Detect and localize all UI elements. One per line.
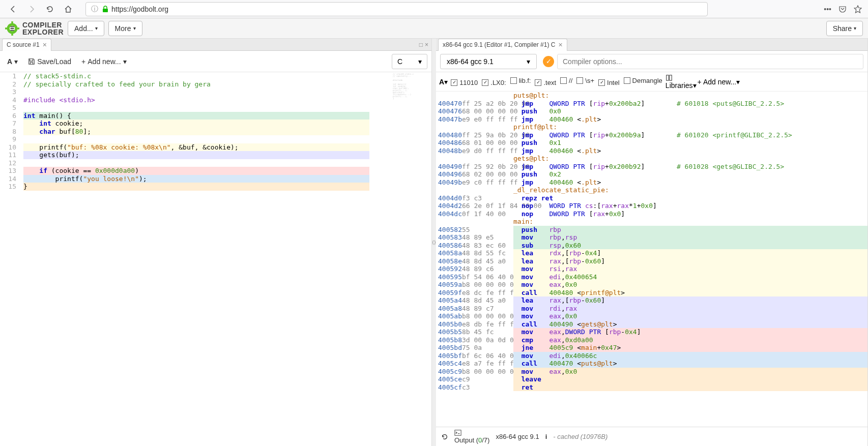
source-line[interactable]: 8 char buf[80]; — [0, 128, 431, 136]
source-line[interactable]: 14 printf("you loose!\n"); — [0, 175, 431, 183]
asm-line[interactable]: printf@plt: — [436, 123, 867, 131]
asm-line[interactable]: 40048be9 d0 ff ff ff jmp 400460 <.plt> — [436, 147, 867, 155]
asm-option-LX0[interactable]: .LX0: — [480, 78, 508, 87]
asm-pane: x86-64 gcc 9.1 (Editor #1, Compiler #1) … — [436, 39, 868, 446]
asm-line[interactable]: 4004dc0f 1f 40 00 nop DWORD PTR [rax+0x0… — [436, 210, 867, 218]
source-line[interactable]: 2// specially crafted to feed your brain… — [0, 80, 431, 88]
close-icon[interactable]: × — [558, 41, 562, 48]
asm-line[interactable]: 4005b83d 00 0a 0d 00 cmp eax,0xd0a00 — [436, 336, 867, 344]
asm-line[interactable]: 40047668 00 00 00 00 push 0x0 — [436, 107, 867, 115]
asm-line[interactable]: 40049668 02 00 00 00 push 0x2 — [436, 170, 867, 179]
source-line[interactable]: 3 — [0, 88, 431, 96]
compiler-options-input[interactable] — [557, 54, 863, 69]
svg-rect-3 — [11, 21, 13, 24]
asm-option-Intel[interactable]: Intel — [596, 78, 622, 87]
asm-line[interactable]: 4005bd75 0a jne 4005c9 <main+0x47> — [436, 344, 867, 352]
asm-line[interactable]: 400490ff 25 92 0b 20 00 jmp QWORD PTR [r… — [436, 163, 867, 171]
asm-line[interactable]: 4005b58b 45 fc mov eax,DWORD PTR [rbp-0x… — [436, 328, 867, 336]
minimap[interactable]: // stack5-stdin.c// specially...#include… — [393, 73, 422, 119]
info-icon: ⓘ — [91, 5, 98, 14]
asm-option-libf[interactable]: lib.f: — [508, 76, 533, 85]
asm-line[interactable]: 40047be9 e0 ff ff ff jmp 400460 <.plt> — [436, 115, 867, 124]
source-line[interactable]: 1// stack5-stdin.c — [0, 72, 431, 80]
asm-option-11010[interactable]: 11010 — [449, 78, 480, 87]
addnew-button[interactable]: + Add new...▾ — [78, 55, 130, 68]
asm-line[interactable]: 4005a448 8d 45 a0 lea rax,[rbp-0x60] — [436, 296, 867, 305]
close-icon[interactable]: × — [43, 41, 47, 48]
more-dots-icon[interactable]: ••• — [824, 5, 831, 13]
source-line[interactable]: 6int main() { — [0, 112, 431, 120]
source-editor[interactable]: // stack5-stdin.c// specially...#include… — [0, 72, 431, 446]
compiler-select[interactable]: x86-64 gcc 9.1▾ — [440, 54, 537, 69]
share-dropdown[interactable]: Share▾ — [826, 21, 863, 36]
source-tab[interactable]: C source #1 × — [2, 39, 51, 51]
asm-line[interactable]: 400480ff 25 9a 0b 20 00 jmp QWORD PTR [r… — [436, 131, 867, 139]
footer-cached: - cached (10976B) — [553, 433, 607, 440]
asm-line[interactable]: 4005c4e8 a7 fe ff ff call 400470 <puts@p… — [436, 360, 867, 368]
pocket-icon[interactable] — [838, 5, 847, 13]
asm-line[interactable]: 4004d0f3 c3 repz ret — [436, 194, 867, 202]
footer-reload-icon[interactable] — [441, 433, 448, 440]
asm-line[interactable]: 40058648 83 ec 60 sub rsp,0x60 — [436, 242, 867, 250]
asm-line[interactable]: 4004d266 2e 0f 1f 84 00 00 nop WORD PTR … — [436, 202, 867, 210]
back-button[interactable] — [6, 2, 20, 16]
asm-option-[interactable]: // — [558, 76, 574, 85]
reload-button[interactable] — [43, 2, 57, 16]
asm-option-text[interactable]: .text — [533, 78, 558, 87]
asm-addnew-button[interactable]: + Add new...▾ — [698, 78, 740, 86]
asm-line[interactable]: 40058a48 8d 55 fc lea rdx,[rbp-0x4] — [436, 249, 867, 257]
asm-line[interactable]: 40058348 89 e5 mov rbp,rsp — [436, 233, 867, 242]
font-size-button[interactable]: A▾ — [4, 55, 21, 68]
forward-button[interactable] — [24, 2, 39, 16]
home-button[interactable] — [61, 2, 75, 16]
asm-editor[interactable]: puts@plt:400470ff 25 a2 0b 20 00 jmp QWO… — [436, 92, 867, 427]
libraries-dropdown[interactable]: Libraries▾ — [666, 74, 697, 90]
source-line[interactable]: 15} — [0, 183, 431, 191]
asm-line[interactable]: 40048668 01 00 00 00 push 0x1 — [436, 139, 867, 147]
asm-line[interactable]: 4005c9b8 00 00 00 00 mov eax,0x0 — [436, 368, 867, 376]
asm-line[interactable]: gets@plt: — [436, 155, 867, 163]
source-line[interactable]: 5 — [0, 104, 431, 112]
close-window-icon[interactable]: × — [425, 41, 428, 48]
source-line[interactable]: 13 if (cookie == 0x000d0a00) — [0, 167, 431, 175]
asm-line[interactable]: 40059fe8 dc fe ff ff call 400480 <printf… — [436, 289, 867, 297]
asm-option-Demangle[interactable]: Demangle — [622, 76, 664, 85]
asm-line[interactable]: 40059248 89 c6 mov rsi,rax — [436, 265, 867, 273]
asm-line[interactable]: 4005b0e8 db fe ff ff call 400490 <gets@p… — [436, 320, 867, 329]
source-line[interactable]: 4#include <stdio.h> — [0, 96, 431, 104]
asm-tab[interactable]: x86-64 gcc 9.1 (Editor #1, Compiler #1) … — [438, 39, 567, 51]
asm-line[interactable]: 4005cfc3 ret — [436, 383, 867, 392]
maximize-icon[interactable]: □ — [419, 41, 423, 48]
source-line[interactable]: 7 int cookie; — [0, 120, 431, 128]
asm-line[interactable]: main: — [436, 218, 867, 226]
asm-line[interactable]: 4005a848 89 c7 mov rdi,rax — [436, 305, 867, 313]
bookmark-star-icon[interactable] — [854, 5, 862, 13]
asm-line[interactable]: 40058255 push rbp — [436, 226, 867, 234]
asm-font-button[interactable]: A▾ — [439, 78, 448, 86]
splitter[interactable]: ⟨⟩ — [432, 39, 436, 446]
logo-bottom: EXPLORER — [22, 28, 64, 36]
language-select[interactable]: C▾ — [392, 54, 427, 69]
output-button[interactable]: Output (0/7) — [454, 429, 489, 444]
info-icon[interactable]: i — [545, 433, 547, 440]
asm-line[interactable]: 40058e48 8d 45 a0 lea rax,[rbp-0x60] — [436, 257, 867, 265]
asm-option-s[interactable]: \s+ — [574, 76, 596, 85]
asm-line[interactable]: 40049be9 c0 ff ff ff jmp 400460 <.plt> — [436, 179, 867, 187]
source-line[interactable]: 11 gets(buf); — [0, 151, 431, 159]
asm-line[interactable]: _dl_relocate_static_pie: — [436, 186, 867, 194]
source-line[interactable]: 10 printf("buf: %08x cookie: %08x\n", &b… — [0, 143, 431, 152]
source-line[interactable]: 9 — [0, 135, 431, 143]
saveload-button[interactable]: Save/Load — [25, 55, 74, 68]
url-bar[interactable]: ⓘ https://godbolt.org — [85, 2, 708, 16]
logo[interactable]: COMPILER EXPLORER — [5, 21, 64, 36]
asm-line[interactable]: 4005abb8 00 00 00 00 mov eax,0x0 — [436, 312, 867, 320]
asm-line[interactable]: 40059ab8 00 00 00 00 mov eax,0x0 — [436, 281, 867, 289]
asm-line[interactable]: puts@plt: — [436, 92, 867, 100]
source-line[interactable]: 12 — [0, 159, 431, 167]
asm-line[interactable]: 400470ff 25 a2 0b 20 00 jmp QWORD PTR [r… — [436, 100, 867, 108]
asm-line[interactable]: 4005cec9 leave — [436, 375, 867, 383]
asm-line[interactable]: 4005bfbf 6c 06 40 00 mov edi,0x40066c — [436, 352, 867, 360]
asm-line[interactable]: 400595bf 54 06 40 00 mov edi,0x400654 — [436, 273, 867, 281]
more-dropdown[interactable]: More▾ — [108, 21, 142, 36]
add-dropdown[interactable]: Add...▾ — [68, 21, 104, 36]
